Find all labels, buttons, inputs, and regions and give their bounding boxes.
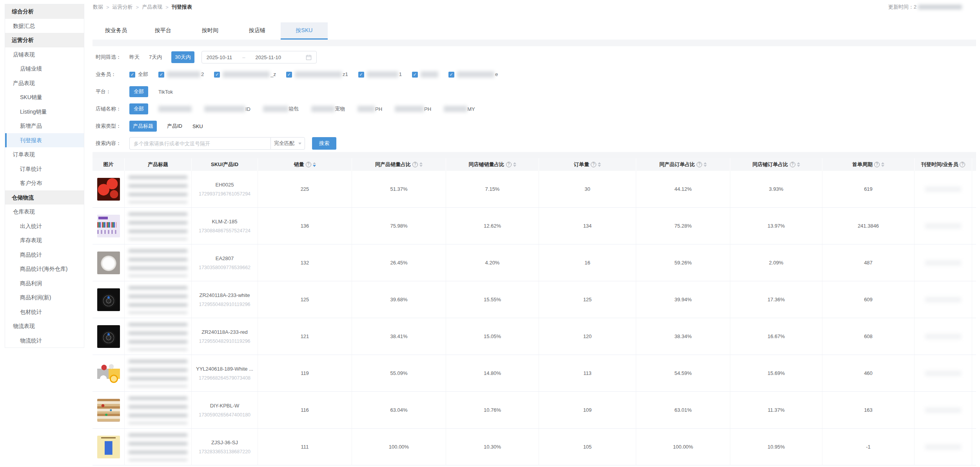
column-header-4[interactable]: 同产品销量占比?: [352, 158, 446, 171]
sort-asc-icon[interactable]: [881, 162, 884, 164]
sort-icon[interactable]: [419, 162, 423, 167]
sort-asc-icon[interactable]: [513, 162, 516, 164]
salesman-checkbox-2[interactable]: ✓z1: [286, 71, 348, 78]
sidebar-item-9[interactable]: 刊登报表: [5, 133, 84, 148]
product-title-blurred[interactable]: [129, 249, 187, 277]
sidebar-item-23[interactable]: 物流统计: [5, 333, 84, 348]
column-header-3[interactable]: 销量?: [258, 158, 352, 171]
sort-desc-icon[interactable]: [598, 165, 601, 167]
shop-option-0[interactable]: [158, 106, 192, 112]
sidebar-item-3[interactable]: 店铺表现: [5, 47, 84, 62]
product-title-blurred[interactable]: [129, 176, 187, 203]
sidebar-item-15[interactable]: 出入统计: [5, 219, 84, 233]
calendar-icon[interactable]: [306, 54, 312, 60]
platform-option-tiktok[interactable]: TikTok: [158, 89, 173, 95]
sidebar-item-8[interactable]: 新增产品: [5, 119, 84, 133]
tab-2[interactable]: 按时间: [187, 22, 234, 40]
sidebar-item-18[interactable]: 商品统计(海外仓库): [5, 262, 84, 276]
platform-all-button[interactable]: 全部: [129, 86, 148, 97]
sidebar-item-10[interactable]: 订单表现: [5, 147, 84, 162]
salesman-checkbox-0[interactable]: ✓2: [158, 71, 204, 78]
breadcrumb-link[interactable]: 运营分析: [113, 4, 133, 11]
help-icon[interactable]: ?: [960, 162, 965, 167]
sidebar-item-5[interactable]: 产品表现: [5, 76, 84, 91]
breadcrumb-link[interactable]: 产品表现: [142, 4, 162, 11]
column-header-6[interactable]: 订单量?: [539, 158, 636, 171]
product-image-dollhouse[interactable]: [97, 399, 120, 422]
product-image-chart[interactable]: [97, 215, 120, 237]
time-option-0[interactable]: 昨天: [129, 54, 140, 61]
search-input[interactable]: [129, 137, 270, 150]
column-header-8[interactable]: 同店铺订单占比?: [730, 158, 822, 171]
product-title-blurred[interactable]: [129, 212, 187, 240]
sort-icon[interactable]: [313, 162, 316, 167]
sort-desc-icon[interactable]: [313, 165, 316, 167]
salesman-checkbox-5[interactable]: ✓e: [448, 71, 498, 78]
sidebar-item-20[interactable]: 商品利润(新): [5, 290, 84, 305]
sidebar-item-19[interactable]: 商品利润: [5, 276, 84, 291]
sidebar-item-14[interactable]: 仓库表现: [5, 205, 84, 219]
salesman-checkbox-3[interactable]: ✓1: [358, 71, 402, 78]
sort-desc-icon[interactable]: [704, 165, 707, 167]
product-image-lanterns[interactable]: [97, 178, 120, 201]
sidebar-item-17[interactable]: 商品统计: [5, 248, 84, 262]
tab-0[interactable]: 按业务员: [93, 22, 140, 40]
product-title-blurred[interactable]: [129, 323, 187, 350]
shop-option-3[interactable]: 宠物: [311, 105, 345, 112]
sort-asc-icon[interactable]: [419, 162, 423, 164]
search-type-option-2[interactable]: SKU: [192, 123, 203, 129]
salesman-checkbox-4[interactable]: ✓: [412, 71, 438, 78]
sort-icon[interactable]: [881, 162, 884, 167]
tab-3[interactable]: 按店铺: [234, 22, 281, 40]
sidebar-item-7[interactable]: Listing销量: [5, 105, 84, 119]
sort-desc-icon[interactable]: [513, 165, 516, 167]
product-title-blurred[interactable]: [129, 433, 187, 461]
column-header-9[interactable]: 首单周期?: [822, 158, 915, 171]
product-image-wheel[interactable]: [97, 325, 120, 348]
time-option-1[interactable]: 7天内: [149, 54, 162, 61]
product-image-wheel[interactable]: [97, 288, 120, 311]
search-button[interactable]: 搜索: [312, 137, 336, 150]
checkbox-checked-icon[interactable]: ✓: [358, 72, 364, 78]
match-mode-select[interactable]: 完全匹配: [270, 137, 305, 150]
time-option-2[interactable]: 30天内: [171, 51, 194, 63]
sort-desc-icon[interactable]: [881, 165, 884, 167]
search-type-option-0[interactable]: 产品标题: [129, 121, 157, 132]
tab-4[interactable]: 按SKU: [281, 22, 328, 40]
tab-1[interactable]: 按平台: [140, 22, 187, 40]
sort-asc-icon[interactable]: [598, 162, 601, 164]
checkbox-checked-icon[interactable]: ✓: [412, 72, 418, 78]
sidebar-item-16[interactable]: 库存表现: [5, 233, 84, 248]
sort-asc-icon[interactable]: [797, 162, 800, 164]
help-icon[interactable]: ?: [506, 162, 512, 167]
checkbox-checked-icon[interactable]: ✓: [158, 72, 164, 78]
shop-option-1[interactable]: ID: [204, 106, 250, 112]
product-image-bulbs[interactable]: [97, 362, 120, 385]
help-icon[interactable]: ?: [874, 162, 880, 167]
sort-icon[interactable]: [513, 162, 516, 167]
sort-asc-icon[interactable]: [313, 162, 316, 164]
sort-desc-icon[interactable]: [419, 165, 423, 167]
sidebar-item-6[interactable]: SKU销量: [5, 90, 84, 105]
sort-icon[interactable]: [598, 162, 601, 167]
help-icon[interactable]: ?: [790, 162, 795, 167]
date-start[interactable]: 2025-10-11: [207, 54, 232, 60]
sort-desc-icon[interactable]: [797, 165, 800, 167]
sidebar-item-21[interactable]: 包材统计: [5, 305, 84, 319]
shop-all-button[interactable]: 全部: [129, 103, 148, 114]
sidebar-item-1[interactable]: 数据汇总: [5, 19, 84, 33]
help-icon[interactable]: ?: [591, 162, 596, 167]
checkbox-checked-icon[interactable]: ✓: [129, 72, 135, 78]
column-header-5[interactable]: 同店铺销量占比?: [446, 158, 539, 171]
sort-icon[interactable]: [797, 162, 800, 167]
product-title-blurred[interactable]: [129, 396, 187, 424]
sort-icon[interactable]: [704, 162, 707, 167]
checkbox-checked-icon[interactable]: ✓: [448, 72, 454, 78]
product-title-blurred[interactable]: [129, 286, 187, 313]
date-range-picker[interactable]: 2025-10-11 – 2025-11-10: [201, 51, 317, 63]
salesman-checkbox-1[interactable]: ✓_z: [214, 71, 276, 78]
date-end[interactable]: 2025-11-10: [255, 54, 281, 60]
checkbox-checked-icon[interactable]: ✓: [286, 72, 292, 78]
sort-asc-icon[interactable]: [704, 162, 707, 164]
salesman-checkbox-all[interactable]: ✓全部: [129, 71, 148, 78]
